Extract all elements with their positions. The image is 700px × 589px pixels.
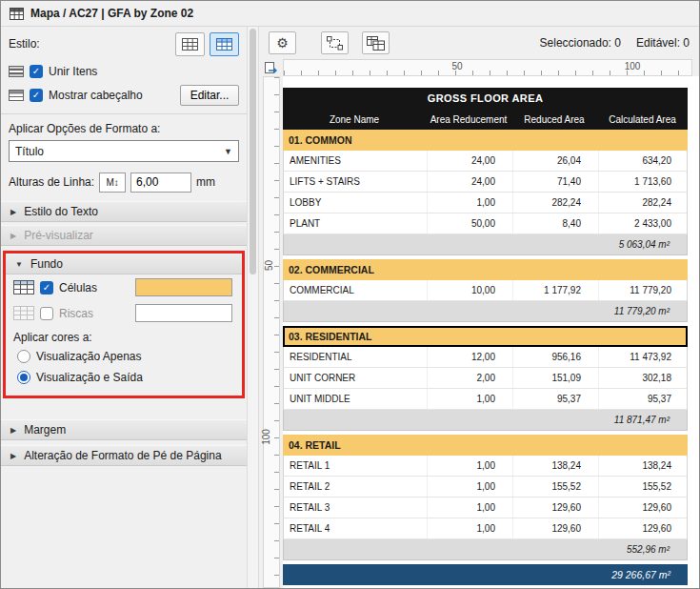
table-cell[interactable]: RETAIL 2 <box>284 477 427 497</box>
cells-checkbox[interactable]: ✓ <box>40 281 53 294</box>
table-cell[interactable]: 1,00 <box>427 498 512 518</box>
scheme-settings-button[interactable]: ⚙ <box>269 31 296 54</box>
show-header-checkbox[interactable]: ✓ <box>30 89 43 102</box>
table-cell[interactable]: 155,52 <box>512 477 598 497</box>
subtotal-row[interactable]: 5 063,04 m² <box>283 234 688 255</box>
table-row[interactable]: AMENITIES24,0026,04634,20 <box>283 151 688 172</box>
table-row[interactable]: COMMERCIAL10,001 177,9211 779,20 <box>283 280 688 301</box>
table-cell[interactable]: 12,00 <box>427 347 512 367</box>
table-title[interactable]: GROSS FLOOR AREA <box>283 88 688 109</box>
section-footer-format[interactable]: ▶ Alteração de Formato de Pé de Página <box>1 445 247 466</box>
table-cell[interactable]: 1,00 <box>427 389 512 409</box>
subtotal-row[interactable]: 552,96 m² <box>283 539 688 560</box>
stripes-color-swatch[interactable] <box>135 304 232 322</box>
table-cell[interactable]: 10,00 <box>427 280 512 300</box>
table-cell[interactable]: LIFTS + STAIRS <box>284 172 427 192</box>
horizontal-ruler[interactable]: 50 100 <box>283 59 692 76</box>
table-cell[interactable]: 11 779,20 <box>598 280 689 300</box>
table-cell[interactable]: 1 713,60 <box>598 172 689 192</box>
scrollbar-thumb[interactable] <box>250 29 256 274</box>
table-row[interactable]: RETAIL 31,00129,60129,60 <box>283 498 688 518</box>
table-row[interactable]: RETAIL 41,00129,60129,60 <box>283 518 688 539</box>
table-cell[interactable]: 95,37 <box>512 389 598 409</box>
table-row[interactable]: LOBBY1,00282,24282,24 <box>283 193 688 213</box>
table-cell[interactable]: 1,00 <box>427 456 512 476</box>
table-row[interactable]: RETAIL 21,00155,52155,52 <box>283 477 688 498</box>
column-header[interactable]: Reduced Area <box>511 109 597 130</box>
cells-color-swatch[interactable] <box>135 278 232 296</box>
view-and-output-radio[interactable] <box>17 371 30 384</box>
table-cell[interactable]: LOBBY <box>284 193 427 213</box>
ruler-options-button[interactable] <box>259 59 283 76</box>
table-cell[interactable]: UNIT CORNER <box>284 368 427 388</box>
table-cell[interactable]: RESIDENTIAL <box>284 347 427 367</box>
table-cell[interactable]: 151,09 <box>512 368 598 388</box>
table-cell[interactable]: 282,24 <box>598 193 689 213</box>
table-cell[interactable]: 2 433,00 <box>598 213 689 234</box>
table-cell[interactable]: 26,04 <box>512 151 598 171</box>
table-cell[interactable]: 956,16 <box>512 347 598 367</box>
table-cell[interactable]: 138,24 <box>512 456 598 476</box>
table-cell[interactable]: 129,60 <box>598 498 689 518</box>
table-cell[interactable]: 1,00 <box>427 518 512 538</box>
merge-items-checkbox[interactable]: ✓ <box>30 65 43 78</box>
table-cell[interactable]: 8,40 <box>512 213 598 234</box>
style-table-button[interactable] <box>210 32 239 56</box>
section-background[interactable]: ▼ Fundo <box>6 254 242 274</box>
table-cell[interactable]: 138,24 <box>598 456 689 476</box>
edit-header-button[interactable]: Editar... <box>180 85 239 106</box>
subtotal-row[interactable]: 11 871,47 m² <box>283 410 688 431</box>
table-cell[interactable]: 129,60 <box>598 518 689 538</box>
table-cell[interactable]: 24,00 <box>427 172 512 192</box>
style-grid-button[interactable] <box>175 32 205 56</box>
table-cell[interactable]: 634,20 <box>598 151 689 171</box>
vertical-ruler[interactable]: 50 100 <box>263 76 280 588</box>
table-header-row[interactable]: Zone NameArea ReducementReduced AreaCalc… <box>283 109 688 130</box>
section-text-style[interactable]: ▶ Estilo do Texto <box>1 201 247 222</box>
group-header-row[interactable]: 02. COMMERCIAL <box>283 259 688 280</box>
table-cell[interactable]: 155,52 <box>598 477 689 497</box>
format-target-dropdown[interactable]: Título ▼ <box>9 140 239 162</box>
table-cell[interactable]: UNIT MIDDLE <box>284 389 427 409</box>
table-cell[interactable]: 24,00 <box>427 151 512 171</box>
table-cell[interactable]: 1,00 <box>427 193 512 213</box>
panel-scrollbar[interactable] <box>247 27 259 588</box>
table-cell[interactable]: 1 177,92 <box>512 280 598 300</box>
transfer-settings-button[interactable] <box>362 31 390 54</box>
table-cell[interactable]: 129,60 <box>512 518 598 538</box>
group-header-row[interactable]: 03. RESIDENTIAL <box>283 326 688 347</box>
table-row[interactable]: RESIDENTIAL12,00956,1611 473,92 <box>283 347 688 368</box>
table-cell[interactable]: PLANT <box>284 213 427 234</box>
table-cell[interactable]: AMENITIES <box>284 151 427 171</box>
table-cell[interactable]: 129,60 <box>512 498 598 518</box>
table-row[interactable]: RETAIL 11,00138,24138,24 <box>283 456 688 477</box>
table-row[interactable]: LIFTS + STAIRS24,0071,401 713,60 <box>283 172 688 193</box>
row-height-input[interactable] <box>130 173 191 193</box>
table-row[interactable]: PLANT50,008,402 433,00 <box>283 213 688 234</box>
table-row[interactable]: UNIT MIDDLE1,0095,3795,37 <box>283 389 688 410</box>
table-cell[interactable]: COMMERCIAL <box>284 280 427 300</box>
section-margin[interactable]: ▶ Margem <box>1 419 247 440</box>
table-cell[interactable]: 2,00 <box>427 368 512 388</box>
stripes-checkbox[interactable] <box>40 307 53 320</box>
column-header[interactable]: Calculated Area <box>597 109 688 130</box>
table-cell[interactable]: 95,37 <box>598 389 689 409</box>
view-only-radio[interactable] <box>17 350 30 363</box>
table-cell[interactable]: 71,40 <box>512 172 598 192</box>
select-area-button[interactable] <box>321 31 349 54</box>
table-row[interactable]: UNIT CORNER2,00151,09302,18 <box>283 368 688 389</box>
table-cell[interactable]: 302,18 <box>598 368 689 388</box>
group-header-row[interactable]: 01. COMMON <box>283 130 688 151</box>
group-header-row[interactable]: 04. RETAIL <box>283 435 688 456</box>
column-header[interactable]: Area Reducement <box>426 109 511 130</box>
schedule-canvas[interactable]: GROSS FLOOR AREAZone NameArea Reducement… <box>283 76 699 588</box>
subtotal-row[interactable]: 11 779,20 m² <box>283 301 688 322</box>
table-cell[interactable]: RETAIL 4 <box>284 518 427 538</box>
total-row[interactable]: 29 266,67 m² <box>283 564 688 585</box>
table-cell[interactable]: 1,00 <box>427 477 512 497</box>
column-header[interactable]: Zone Name <box>283 109 426 130</box>
table-cell[interactable]: 50,00 <box>427 213 512 234</box>
table-cell[interactable]: 11 473,92 <box>598 347 689 367</box>
table-cell[interactable]: RETAIL 1 <box>284 456 427 476</box>
table-cell[interactable]: RETAIL 3 <box>284 498 427 518</box>
